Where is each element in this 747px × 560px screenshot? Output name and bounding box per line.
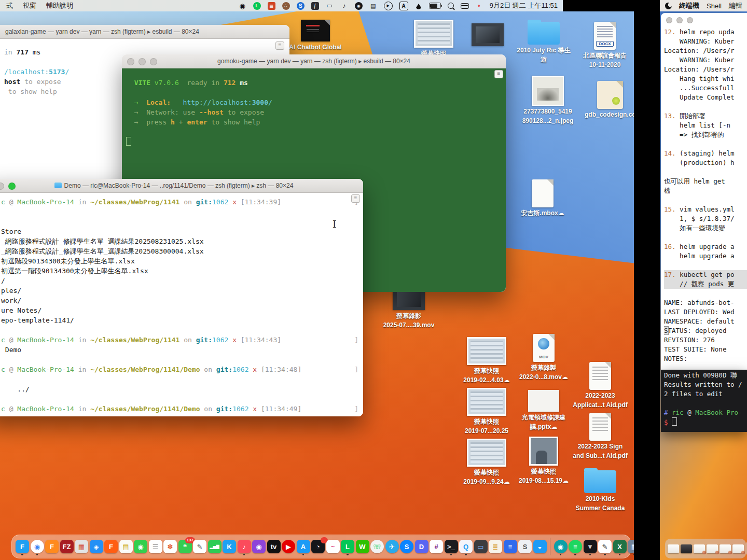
close-icon[interactable] [127, 58, 134, 65]
sophos-icon[interactable]: S [297, 2, 305, 10]
notes-terminal-window[interactable]: 12. helm repo upda WARNING: KuberLocatio… [661, 13, 747, 370]
dock-stocks-bars[interactable]: ▂▅▇ [208, 540, 222, 553]
play-icon[interactable]: ▶ [384, 2, 393, 10]
dock-notes[interactable]: ▤ [119, 540, 133, 553]
window-lights[interactable] [0, 183, 16, 190]
desktop-icon-jpeg-273773800[interactable]: 273773800_5419890128...2_n.jpeg [518, 76, 578, 124]
dock-apple-tv[interactable]: tv [267, 540, 281, 553]
dock-craft[interactable]: ~ [326, 540, 340, 553]
wifi-icon[interactable] [415, 0, 422, 9]
volume-icon[interactable]: ♪ [340, 2, 348, 10]
minimized-window[interactable] [707, 544, 718, 553]
minimize-icon[interactable] [139, 58, 146, 65]
dock-freeform-pencil[interactable]: ✎ [193, 540, 206, 553]
dock-printer-3d[interactable]: ▼ [584, 540, 597, 553]
record-dot-icon[interactable]: ◉ [239, 2, 246, 10]
dock-reminders[interactable]: ☰ [149, 540, 162, 553]
dock-quicktime[interactable]: Q [459, 540, 473, 553]
dock-music[interactable]: ♪ [238, 540, 251, 553]
desktop-icon-video-thumb[interactable] [458, 23, 518, 46]
dock-podcasts[interactable]: ◉ [252, 540, 266, 553]
battery-icon[interactable] [429, 3, 441, 9]
minimized-window[interactable] [720, 544, 731, 553]
minimized-window[interactable] [694, 544, 705, 553]
window-lights[interactable] [127, 58, 157, 65]
zoom-icon[interactable] [687, 17, 693, 23]
zoom-icon[interactable] [150, 58, 157, 65]
dock-finder[interactable]: F [16, 540, 29, 553]
minimize-icon[interactable] [676, 17, 683, 23]
dock-chrome[interactable]: ◉ [31, 540, 44, 553]
control-center-icon[interactable] [461, 3, 468, 9]
dock-webex[interactable]: ◉ [554, 540, 568, 553]
menu-item-help[interactable]: 輔助說明 [46, 1, 73, 10]
desktop-icon-ai-chatbot-global[interactable]: AI Chatbot Global [285, 20, 345, 51]
dark-terminal-window[interactable]: Done with 00980D 聯Results written to /2 … [661, 370, 747, 432]
sidecar-icon[interactable]: ▭ [326, 2, 334, 10]
eject-icon[interactable]: ▤ [369, 2, 377, 10]
desktop-icon-mov-screen-record-2022[interactable]: MOV螢幕錄製2022-0...8.mov☁ [514, 334, 574, 381]
dock-spotify[interactable]: ≡ [569, 540, 582, 553]
menu-item-format[interactable]: 式 [6, 1, 13, 10]
desktop-icon-shot-2019-02[interactable]: 螢幕快照2019-02...4.03☁ [457, 337, 517, 384]
paw-icon[interactable]: ∴ [282, 2, 290, 10]
dock-terminal[interactable]: >_ [445, 540, 458, 553]
dock-stack-app[interactable]: ≣ [489, 540, 502, 553]
menu-clock[interactable]: 9月2日 週二 上午11:51 [490, 1, 558, 10]
shield-icon[interactable]: ◉ [355, 2, 363, 10]
zoom-icon[interactable] [8, 183, 16, 190]
dock-app-store[interactable]: A [297, 540, 310, 553]
dock-keynote[interactable]: K [223, 540, 236, 553]
titlebar-demo[interactable]: Demo — ric@MacBook-Pro-14 — ..rog/1141/D… [0, 179, 363, 193]
dock-filezilla[interactable]: FZ [60, 540, 74, 553]
menu-item-terminal[interactable]: 終端機 [679, 1, 699, 10]
dock-facetime[interactable]: ◉ [134, 540, 147, 553]
desktop-icon-screenshot-top[interactable]: 螢幕快照 [404, 20, 464, 57]
menu-item-window[interactable]: 視窗 [23, 1, 36, 10]
dock-skype[interactable]: S [400, 540, 413, 553]
terminal-menu-icon[interactable]: ≡ [494, 70, 503, 78]
dock-desktop-photo[interactable]: ▦ [628, 540, 634, 553]
minimized-window[interactable] [681, 544, 692, 553]
dock-youtube-music[interactable]: ▶ [282, 540, 295, 553]
minimized-window[interactable] [668, 544, 679, 553]
menu-item-edit[interactable]: 編輯 [729, 1, 742, 10]
dock-telegram[interactable]: ✈ [385, 540, 399, 553]
dock-photos[interactable]: ✽ [163, 540, 177, 553]
dock-safari[interactable]: ◈ [90, 540, 103, 553]
spotlight-icon[interactable] [448, 3, 454, 9]
minimize-icon[interactable] [0, 183, 4, 190]
dock-discord[interactable]: D [415, 540, 428, 553]
dock-messages[interactable]: ❝137 [178, 540, 192, 553]
dock-wechat[interactable]: W [356, 540, 369, 553]
desktop-icon-pdf-2022-2023-application[interactable]: 2022-2023Applicat...t Aid.pdf [570, 362, 630, 409]
minimized-window[interactable] [732, 544, 744, 553]
close-icon[interactable] [666, 17, 672, 23]
menu-item-shell[interactable]: Shell [707, 2, 722, 10]
desktop-icon-shot-2019-09[interactable]: 螢幕快照2019-09...9.24☁ [457, 439, 517, 485]
apple-menu-icon[interactable] [665, 3, 672, 9]
line-icon[interactable]: L [253, 2, 261, 10]
terminal-menu-icon[interactable]: ≡ [275, 41, 284, 50]
dock-shottr[interactable]: S [518, 540, 532, 553]
dock-pencil-app[interactable]: ✎ [598, 540, 612, 553]
dock-line[interactable]: L [341, 540, 354, 553]
brackets-icon[interactable]: ƒ [311, 2, 319, 10]
dock-clock-app[interactable]: ◔ [311, 540, 325, 553]
desktop-icon-folder-2010-july-ric[interactable]: 2010 July Ric 導生遊 [514, 20, 574, 63]
dock-firefox-dev[interactable]: F [104, 540, 118, 553]
powerpoint-icon[interactable]: ≣ [268, 2, 275, 10]
desktop-icon-docx-north-report[interactable]: DOCX北區聯誼會報告10-11-2020 [575, 22, 634, 68]
dock-blue-doc[interactable]: ≡ [504, 540, 517, 553]
desktop-icon-mbox-anjisi[interactable]: 安吉斯.mbox☁ [513, 179, 573, 217]
titlebar-gomoku[interactable]: gomoku-game — yarn dev — yarn — zsh (fig… [122, 54, 506, 68]
dock-screen-sharing[interactable]: ▭ [474, 540, 488, 553]
dock-whatsapp[interactable]: ☏ [370, 540, 384, 553]
desktop-icon-mov-screen-recording-2025[interactable]: 螢幕錄影2025-07....39.mov [379, 287, 439, 329]
dock-excel[interactable]: X [613, 540, 627, 553]
titlebar-galaxian[interactable]: galaxian-game — yarn dev — yarn — zsh (f… [0, 25, 289, 39]
dock-slack[interactable]: # [430, 540, 443, 553]
tint-dot-icon[interactable]: ● [475, 2, 483, 10]
window-lights[interactable] [666, 17, 693, 23]
desktop-icon-shot-2019-07[interactable]: 螢幕快照2019-07...20.25 [457, 388, 517, 435]
